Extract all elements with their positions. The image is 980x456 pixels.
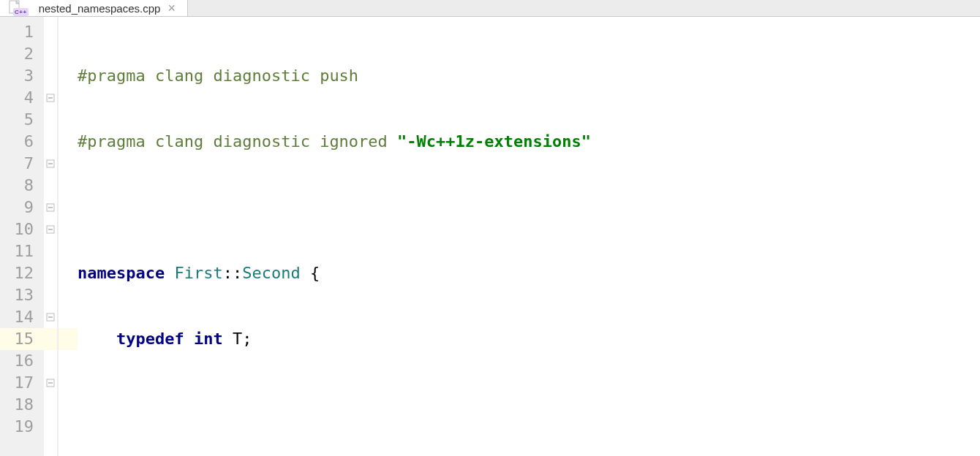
line-number-gutter: 1 2 3 4 5 6 7 8 9 10 11 12 13 14 15 16 1… [0, 17, 44, 456]
margin-line [57, 17, 78, 456]
fold-column [44, 17, 57, 456]
line-number: 12 [0, 262, 44, 284]
line-number: 5 [0, 109, 44, 131]
code-line[interactable]: typedef int T; [78, 328, 980, 350]
line-number: 13 [0, 284, 44, 306]
line-number: 14 [0, 306, 44, 328]
line-number: 16 [0, 350, 44, 372]
line-number: 10 [0, 218, 44, 240]
line-number: 2 [0, 43, 44, 65]
fold-end-icon[interactable] [46, 379, 55, 387]
line-number: 6 [0, 131, 44, 153]
line-number: 17 [0, 372, 44, 394]
code-line[interactable] [78, 394, 980, 416]
code-line[interactable] [78, 197, 980, 218]
cpp-badge: C++ [13, 8, 29, 16]
line-number: 15 [0, 328, 44, 350]
line-number: 8 [0, 175, 44, 197]
tab-bar: C++ nested_namespaces.cpp × [0, 0, 980, 17]
file-tab[interactable]: C++ nested_namespaces.cpp × [0, 0, 188, 16]
code-line[interactable]: #pragma clang diagnostic push [78, 65, 980, 87]
fold-end-icon[interactable] [46, 203, 55, 212]
code-line[interactable]: namespace First::Second { [78, 262, 980, 284]
close-icon[interactable]: × [166, 1, 177, 15]
line-number: 3 [0, 65, 44, 87]
line-number: 1 [0, 21, 44, 43]
code-area[interactable]: #pragma clang diagnostic push #pragma cl… [78, 17, 980, 456]
line-number: 7 [0, 153, 44, 175]
code-editor[interactable]: 1 2 3 4 5 6 7 8 9 10 11 12 13 14 15 16 1… [0, 17, 980, 456]
tab-filename: nested_namespaces.cpp [39, 2, 161, 15]
line-number: 4 [0, 87, 44, 109]
fold-toggle-icon[interactable] [46, 313, 55, 322]
fold-toggle-icon[interactable] [46, 159, 55, 168]
line-number: 18 [0, 394, 44, 416]
code-line[interactable]: #pragma clang diagnostic ignored "-Wc++1… [78, 131, 980, 153]
editor-window: C++ nested_namespaces.cpp × 1 2 3 4 5 6 … [0, 0, 980, 456]
fold-end-icon[interactable] [46, 225, 55, 234]
line-number: 19 [0, 416, 44, 438]
line-number: 11 [0, 240, 44, 262]
fold-toggle-icon[interactable] [46, 94, 55, 102]
line-number: 9 [0, 197, 44, 218]
